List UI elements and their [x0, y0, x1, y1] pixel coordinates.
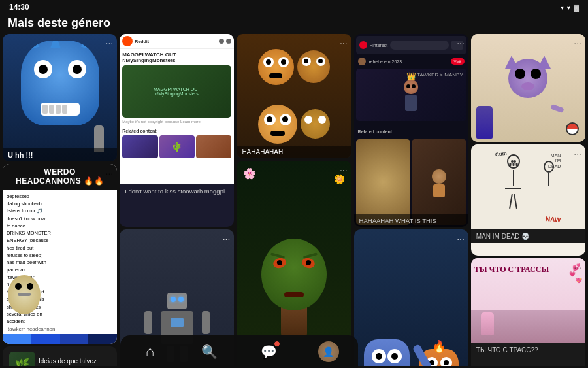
card-headcannon[interactable]: WERDOHEADCANNONS 🔥🔥 depressed dating sho…	[3, 164, 117, 344]
bottom-nav: ⌂ 🔍 💬 👤	[120, 335, 358, 368]
card-sponge-chars[interactable]: 🔥 ···	[354, 229, 468, 366]
reddit-card-dots[interactable]: ···	[223, 38, 231, 48]
headcannon-monster-art	[3, 272, 45, 324]
ty-dots[interactable]: ···	[574, 262, 581, 273]
sponge-dots[interactable]: ···	[457, 233, 465, 244]
pov-dots[interactable]: ···	[223, 233, 231, 244]
headcannon-header: WERDOHEADCANNONS 🔥🔥	[3, 164, 117, 190]
main-grid: U hh !!! ··· WERDOHEADCANNONS 🔥🔥 depress…	[0, 34, 588, 366]
status-bar: 14:30 ▾ ♥ ▓	[0, 0, 588, 14]
ideias-label: Ideias de que talvez gostes	[39, 358, 110, 366]
pinterest-dots[interactable]: ···	[457, 38, 465, 48]
haha-art	[237, 34, 351, 158]
column-1: U hh !!! ··· WERDOHEADCANNONS 🔥🔥 depress…	[3, 34, 117, 366]
haha-dots[interactable]: ···	[340, 38, 348, 48]
nav-messages-badge	[274, 341, 280, 347]
ideias-thumbnail: 🌿	[9, 352, 35, 366]
wifi-icon: ♥	[567, 4, 571, 11]
pinterest-mockup: Pinterest hehehe em 2023 Visit	[354, 34, 468, 227]
card-pokemon-art[interactable]: ···	[471, 34, 585, 142]
reddit-card-label: I don't want to kiss stoowarb maggpi	[120, 184, 234, 198]
card-haha[interactable]: HAHAHAHAH ···	[237, 34, 351, 158]
card-blue-monster-dots[interactable]: ···	[106, 38, 114, 48]
column-5: ··· Cum MANI'MDEAD	[471, 34, 585, 366]
skeleton-art: Cum MANI'MDEAD	[471, 144, 585, 229]
haha-label: HAHAHAHAH	[237, 146, 351, 158]
card-blue-monster-label: U hh !!!	[3, 148, 117, 161]
card-reddit[interactable]: Reddit MAGGPI WATCH OUT: r/MySingingMons…	[120, 34, 234, 227]
nav-profile[interactable]: 👤	[314, 337, 343, 366]
headcannon-dots[interactable]: ···	[106, 168, 114, 178]
pinterest-label: HAHAAHAH WHAT IS THIS	[354, 214, 468, 227]
tree-dots[interactable]: ···	[340, 165, 348, 175]
card-man-dead[interactable]: Cum MANI'MDEAD	[471, 144, 585, 256]
card-blue-monster-art	[3, 34, 117, 161]
card-ideias[interactable]: 🌿 Ideias de que talvez gostes	[3, 346, 117, 366]
card-pinterest-dark[interactable]: Pinterest hehehe em 2023 Visit	[354, 34, 468, 227]
ty-label: ТЫ ЧТО С ТРАСС??	[471, 343, 585, 357]
headcannon-footer: tawkerr headcannon	[3, 325, 117, 344]
signal-icon: ▾	[561, 4, 564, 11]
pokemon-art	[471, 34, 585, 142]
pokemon-dots[interactable]: ···	[574, 38, 581, 48]
battery-icon: ▓	[574, 4, 579, 11]
nav-search[interactable]: 🔍	[195, 337, 224, 366]
card-blue-monster[interactable]: U hh !!! ···	[3, 34, 117, 161]
nav-messages[interactable]: 💬	[255, 337, 284, 366]
column-3: HAHAHAHAH ···	[237, 34, 351, 366]
card-ty-chto[interactable]: 💕 💗 💖 ТЫ ЧТО С ТРАССЫ ТЫ ЧТО С ТРАСС?? ·…	[471, 258, 585, 366]
man-dead-dots[interactable]: ···	[574, 148, 581, 159]
column-2: Reddit MAGGPI WATCH OUT: r/MySingingMons…	[120, 34, 234, 366]
status-icons: ▾ ♥ ▓	[561, 4, 579, 11]
status-time: 14:30	[9, 3, 29, 12]
ty-art: 💕 💗 💖 ТЫ ЧТО С ТРАССЫ	[471, 258, 585, 343]
column-4: Pinterest hehehe em 2023 Visit	[354, 34, 468, 366]
sponge-art: 🔥	[354, 229, 468, 366]
reddit-screenshot: Reddit MAGGPI WATCH OUT: r/MySingingMons…	[120, 34, 234, 184]
page-header: Mais deste género	[0, 14, 588, 34]
nav-home[interactable]: ⌂	[136, 337, 165, 366]
man-dead-label: MAN IM DEAD 💀	[471, 229, 585, 243]
page-title: Mais deste género	[8, 16, 110, 29]
